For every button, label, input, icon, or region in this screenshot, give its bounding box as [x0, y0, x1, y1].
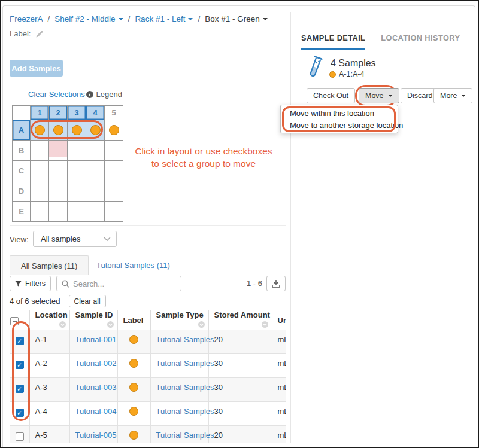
grid-cell-B4[interactable] — [86, 141, 105, 161]
sample-dot-icon — [53, 125, 63, 135]
grid-cell-D4[interactable] — [86, 181, 105, 202]
chevron-down-icon — [263, 18, 268, 20]
column-header-sample-id[interactable]: Sample ID — [69, 310, 117, 330]
grid-cell-E5[interactable] — [105, 202, 123, 222]
freezer-box-page: FreezerA / Shelf #2 - Middle / Rack #1 -… — [0, 0, 479, 448]
sample-id-link[interactable]: Tutorial-001 — [75, 335, 117, 344]
column-header-units[interactable]: Units — [272, 310, 286, 330]
grid-cell-A5[interactable] — [105, 120, 123, 141]
grid-cell-B1[interactable] — [31, 141, 49, 161]
grid-col-header-4[interactable]: 4 — [86, 106, 105, 120]
clear-selections-link[interactable]: Clear Selections — [28, 90, 85, 99]
sample-dot-icon — [129, 383, 138, 392]
grid-col-header-2[interactable]: 2 — [49, 106, 68, 120]
row-checkbox[interactable]: ✓ — [16, 409, 24, 417]
sample-id-link[interactable]: Tutorial-003 — [75, 383, 117, 392]
test-tube-icon — [304, 55, 325, 83]
grid-col-header-1[interactable]: 1 — [31, 106, 49, 120]
grid-cell-D3[interactable] — [68, 181, 86, 202]
breadcrumb-separator: / — [128, 14, 131, 23]
breadcrumb-separator: / — [198, 14, 200, 23]
grid-cell-D5[interactable] — [105, 181, 123, 202]
tab-sample-detail[interactable]: SAMPLE DETAIL — [301, 33, 365, 50]
column-header-sample-type[interactable]: Sample Type — [150, 310, 208, 330]
clear-all-button[interactable]: Clear all — [69, 295, 106, 307]
sample-type-link[interactable]: Tutorial Samples — [156, 335, 214, 344]
check-out-button[interactable]: Check Out — [307, 88, 355, 103]
grid-cell-C4[interactable] — [86, 161, 105, 181]
sample-id-link[interactable]: Tutorial-005 — [75, 431, 117, 440]
grid-row-header-D[interactable]: D — [13, 181, 31, 202]
sample-type-link[interactable]: Tutorial Samples — [156, 359, 214, 368]
grid-cell-D2[interactable] — [49, 181, 68, 202]
column-header-label[interactable]: Label — [117, 310, 150, 330]
menu-item-move-within[interactable]: Move within this location — [281, 108, 398, 120]
search-box — [56, 276, 181, 291]
sample-dot-icon — [129, 431, 138, 440]
add-samples-button[interactable]: Add Samples — [10, 60, 63, 77]
more-button[interactable]: More — [433, 88, 472, 103]
column-header-stored-amount[interactable]: Stored Amount — [208, 310, 272, 330]
grid-cell-E4[interactable] — [86, 202, 105, 222]
grid-row-header-A[interactable]: A — [13, 120, 31, 141]
checkbox-indeterminate-icon[interactable] — [10, 317, 19, 325]
sample-id-link[interactable]: Tutorial-004 — [75, 407, 117, 416]
grid-cell-A2[interactable] — [49, 120, 68, 141]
breadcrumb-freezer-link[interactable]: FreezerA — [10, 14, 43, 23]
grid-cell-C2[interactable] — [49, 161, 68, 181]
grid-cell-B3[interactable] — [68, 141, 86, 161]
legend-toggle[interactable]: i Legend — [86, 90, 122, 99]
grid-cell-A1[interactable] — [31, 120, 49, 141]
grid-col-header-5[interactable]: 5 — [105, 106, 123, 120]
sort-chevron-icon[interactable] — [59, 321, 66, 330]
sample-dot-icon — [90, 125, 101, 135]
column-header-location[interactable]: Location — [29, 310, 69, 330]
grid-cell-D1[interactable] — [31, 181, 49, 202]
row-checkbox[interactable]: ✓ — [16, 361, 24, 369]
tab-location-history[interactable]: LOCATION HISTORY — [381, 33, 460, 50]
pencil-icon[interactable] — [35, 30, 44, 38]
row-checkbox[interactable]: ✓ — [16, 337, 24, 345]
grid-row-header-E[interactable]: E — [13, 202, 31, 222]
move-button[interactable]: Move — [359, 88, 399, 103]
sort-chevron-icon[interactable] — [198, 321, 205, 330]
grid-cell-A3[interactable] — [68, 120, 86, 141]
view-label: View: — [10, 235, 29, 244]
download-button[interactable] — [266, 276, 286, 291]
search-input[interactable] — [73, 279, 169, 288]
grid-cell-C5[interactable] — [105, 161, 123, 181]
tab-all-samples[interactable]: All Samples (11) — [10, 255, 89, 275]
grid-cell-E1[interactable] — [31, 202, 49, 222]
sample-dot-icon — [35, 125, 45, 135]
breadcrumb-box-current[interactable]: Box #1 - Green — [205, 14, 268, 23]
grid-cell-B2[interactable] — [49, 141, 68, 161]
grid-cell-C1[interactable] — [31, 161, 49, 181]
breadcrumb: FreezerA / Shelf #2 - Middle / Rack #1 -… — [10, 14, 268, 23]
filters-button[interactable]: Filters — [10, 276, 51, 291]
grid-row-header-C[interactable]: C — [13, 161, 31, 181]
grid-cell-E2[interactable] — [49, 202, 68, 222]
row-checkbox[interactable]: ✓ — [16, 385, 24, 393]
grid-col-header-3[interactable]: 3 — [68, 106, 86, 120]
tab-tutorial-samples[interactable]: Tutorial Samples (11) — [96, 255, 170, 275]
breadcrumb-shelf-link[interactable]: Shelf #2 - Middle — [54, 14, 123, 23]
sample-type-link[interactable]: Tutorial Samples — [156, 383, 214, 392]
grid-cell-A4[interactable] — [86, 120, 105, 141]
breadcrumb-rack-link[interactable]: Rack #1 - Left — [135, 14, 193, 23]
sample-type-link[interactable]: Tutorial Samples — [156, 407, 214, 416]
grid-cell-B5[interactable] — [105, 141, 123, 161]
grid-cell-E3[interactable] — [68, 202, 86, 222]
breadcrumb-separator: / — [48, 14, 50, 23]
menu-item-move-another[interactable]: Move to another storage location — [281, 120, 398, 132]
sample-dot-icon — [129, 407, 138, 416]
sample-type-link[interactable]: Tutorial Samples — [156, 431, 214, 440]
row-checkbox[interactable] — [16, 432, 24, 441]
sort-chevron-icon[interactable] — [262, 321, 268, 330]
view-select[interactable]: All samples — [33, 231, 117, 247]
sample-id-link[interactable]: Tutorial-002 — [75, 359, 117, 368]
grid-row-header-B[interactable]: B — [13, 141, 31, 161]
chevron-down-icon — [188, 18, 193, 20]
grid-cell-C3[interactable] — [68, 161, 86, 181]
sort-chevron-icon[interactable] — [107, 321, 114, 330]
sample-range-row: A-1:A-4 — [329, 70, 364, 78]
